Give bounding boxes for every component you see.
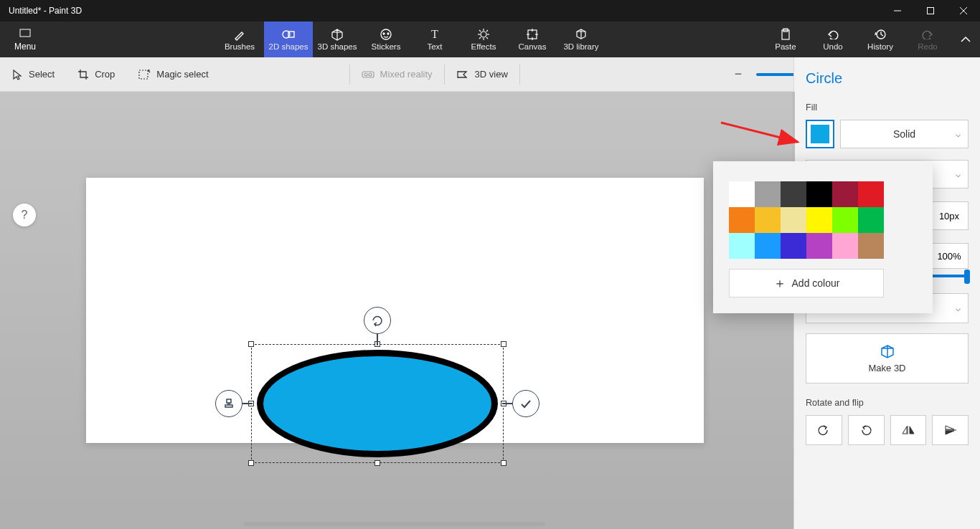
tab-3d-shapes[interactable]: 3D shapes xyxy=(313,22,362,57)
rotate-ccw-button[interactable] xyxy=(806,415,842,445)
tab-2d-shapes[interactable]: 2D shapes xyxy=(264,22,313,57)
color-palette-grid xyxy=(729,181,884,259)
history-button[interactable]: History xyxy=(857,22,904,57)
palette-color[interactable] xyxy=(729,207,755,233)
paste-button[interactable]: Paste xyxy=(762,22,809,57)
help-button[interactable]: ? xyxy=(13,204,36,227)
tab-brushes[interactable]: Brushes xyxy=(215,22,264,57)
palette-color[interactable] xyxy=(858,207,884,233)
menu-button[interactable]: Menu xyxy=(0,22,50,57)
rotate-cw-icon xyxy=(859,424,873,436)
palette-color[interactable] xyxy=(729,181,755,207)
palette-color[interactable] xyxy=(781,233,806,259)
zoom-out-button[interactable]: − xyxy=(730,67,746,82)
opacity-slider-thumb[interactable] xyxy=(964,270,970,284)
tab-text[interactable]: T Text xyxy=(410,22,459,57)
expand-panel-button[interactable] xyxy=(951,22,980,57)
resize-handle-sw[interactable] xyxy=(248,460,254,466)
palette-color[interactable] xyxy=(755,181,781,207)
maximize-button[interactable] xyxy=(914,0,947,22)
flag-3d-icon xyxy=(456,70,469,80)
undo-button[interactable]: Undo xyxy=(809,22,857,57)
help-icon: ? xyxy=(22,209,28,221)
svg-point-8 xyxy=(383,33,385,34)
tool-tabs: Brushes 2D shapes 3D shapes Stickers T T… xyxy=(215,22,606,57)
separator xyxy=(519,65,520,85)
resize-handle-s[interactable] xyxy=(374,460,380,466)
svg-line-16 xyxy=(486,37,488,39)
window-controls xyxy=(881,0,980,22)
tab-canvas[interactable]: Canvas xyxy=(508,22,557,57)
palette-color[interactable] xyxy=(781,181,806,207)
flip-vertical-button[interactable] xyxy=(932,415,969,445)
shape-selection[interactable] xyxy=(251,344,504,463)
svg-line-15 xyxy=(479,30,481,32)
3d-view-button[interactable]: 3D view xyxy=(445,57,519,91)
svg-point-7 xyxy=(381,29,391,39)
tab-stickers[interactable]: Stickers xyxy=(362,22,410,57)
history-icon xyxy=(874,28,887,41)
thickness-input[interactable]: 10px xyxy=(930,201,969,230)
tab-effects[interactable]: Effects xyxy=(459,22,508,57)
opacity-input[interactable]: 100% xyxy=(930,243,969,269)
color-palette-popover: ＋ Add colour xyxy=(713,161,933,313)
menu-label: Menu xyxy=(14,42,36,52)
shapes-2d-icon xyxy=(281,28,296,41)
palette-color[interactable] xyxy=(755,233,781,259)
tab-3d-library[interactable]: 3D library xyxy=(557,22,606,57)
fill-color-button[interactable] xyxy=(806,120,834,148)
palette-color[interactable] xyxy=(858,233,884,259)
stamp-stem xyxy=(241,403,253,404)
resize-handle-ne[interactable] xyxy=(501,341,507,347)
resize-handle-se[interactable] xyxy=(501,460,507,466)
palette-color[interactable] xyxy=(781,207,806,233)
fill-color-swatch xyxy=(811,125,829,143)
fill-type-dropdown[interactable]: Solid ⌵ xyxy=(840,120,969,148)
magic-select-tool[interactable]: Magic select xyxy=(126,57,220,91)
minimize-button[interactable] xyxy=(881,0,914,22)
magic-select-icon xyxy=(138,69,151,80)
paste-icon xyxy=(780,28,791,41)
horizontal-scrollbar[interactable] xyxy=(244,522,545,526)
right-toolbar: Paste Undo History Redo xyxy=(762,22,980,57)
plus-icon: ＋ xyxy=(773,275,786,292)
svg-point-10 xyxy=(481,32,486,37)
rotate-cw-button[interactable] xyxy=(848,415,885,445)
text-icon: T xyxy=(431,28,438,41)
make-3d-button[interactable]: Make 3D xyxy=(806,333,969,383)
cube-3d-icon xyxy=(880,344,895,360)
main-toolbar: Menu Brushes 2D shapes 3D shapes Sticker… xyxy=(0,22,980,57)
stamp-handle[interactable] xyxy=(215,390,242,417)
close-button[interactable] xyxy=(947,0,980,22)
workspace[interactable]: ? xyxy=(0,92,793,529)
panel-title: Circle xyxy=(806,70,969,87)
palette-color[interactable] xyxy=(755,207,781,233)
palette-color[interactable] xyxy=(806,207,832,233)
select-tool[interactable]: Select xyxy=(0,57,66,91)
check-icon xyxy=(519,396,533,411)
commit-handle[interactable] xyxy=(512,390,540,417)
palette-color[interactable] xyxy=(832,233,858,259)
resize-handle-nw[interactable] xyxy=(248,341,254,347)
crop-tool[interactable]: Crop xyxy=(66,57,126,91)
window-titlebar: Untitled* - Paint 3D xyxy=(0,0,980,22)
flip-horizontal-button[interactable] xyxy=(890,415,927,445)
mixed-reality-icon xyxy=(362,70,374,80)
palette-color[interactable] xyxy=(806,233,832,259)
rotate-icon xyxy=(370,313,385,328)
add-color-button[interactable]: ＋ Add colour xyxy=(729,269,884,297)
palette-color[interactable] xyxy=(806,181,832,207)
menu-icon xyxy=(19,28,32,40)
palette-color[interactable] xyxy=(832,207,858,233)
undo-icon xyxy=(826,28,839,41)
palette-color[interactable] xyxy=(729,233,755,259)
window-title: Untitled* - Paint 3D xyxy=(0,6,82,16)
library-3d-icon xyxy=(575,28,588,41)
redo-button[interactable]: Redo xyxy=(904,22,951,57)
palette-color[interactable] xyxy=(858,181,884,207)
rotate-stem xyxy=(377,333,378,345)
palette-color[interactable] xyxy=(832,181,858,207)
svg-rect-4 xyxy=(20,29,30,37)
rotate-handle[interactable] xyxy=(364,307,391,334)
svg-line-17 xyxy=(486,30,488,32)
